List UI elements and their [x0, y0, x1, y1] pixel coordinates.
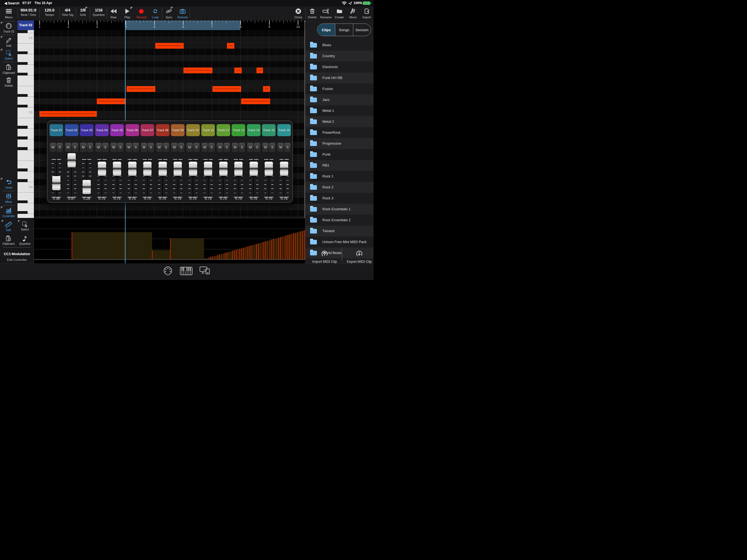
track-select-button[interactable]: Track 08 — [156, 124, 170, 136]
cc-value-block[interactable] — [170, 238, 204, 259]
midi-note[interactable] — [155, 43, 184, 49]
cc-event[interactable] — [256, 244, 257, 259]
delete-clip-button[interactable]: Delete — [308, 6, 317, 21]
cc-event[interactable] — [295, 233, 295, 259]
mute-button[interactable]: M — [171, 143, 177, 152]
move-button[interactable]: Move — [350, 6, 357, 21]
cc-event[interactable] — [258, 244, 259, 259]
track-select-button[interactable]: Track 14 — [247, 124, 261, 136]
solo-button[interactable]: S — [148, 143, 154, 152]
volume-fader[interactable] — [98, 161, 106, 176]
track-select-button[interactable]: Track 07 — [140, 124, 154, 136]
cc-event[interactable] — [251, 245, 251, 259]
cc-event[interactable] — [152, 250, 153, 259]
track-select-button[interactable]: Track 04 — [95, 124, 109, 136]
piano-key-white[interactable]: C4 — [18, 182, 34, 193]
cc-event[interactable] — [262, 242, 262, 259]
volume-fader[interactable] — [68, 153, 76, 167]
cc-event[interactable] — [255, 245, 255, 259]
cc-value-block[interactable] — [72, 232, 152, 259]
mute-button[interactable]: M — [80, 143, 86, 152]
cc-event[interactable] — [273, 239, 274, 259]
solo-button[interactable]: S — [163, 143, 169, 152]
mute-button[interactable]: M — [65, 143, 71, 152]
import-button[interactable]: Import — [362, 6, 371, 21]
folder-row[interactable]: Progressive — [305, 138, 374, 149]
record-button[interactable]: Record — [136, 6, 146, 21]
volume-fader[interactable] — [83, 180, 91, 194]
mute-button[interactable]: M — [96, 143, 102, 152]
cc-event[interactable] — [205, 258, 205, 259]
timeline-ruler[interactable]: 12345678910 — [34, 21, 305, 30]
track-select-button[interactable]: Track 06 — [126, 124, 139, 136]
solo-button[interactable]: S — [178, 143, 184, 152]
cc-event[interactable] — [278, 238, 279, 259]
cc-event[interactable] — [304, 230, 305, 259]
export-midi-icon[interactable] — [355, 250, 363, 258]
mute-button[interactable]: M — [141, 143, 147, 152]
cc-event[interactable] — [282, 236, 283, 259]
play-button[interactable]: Play — [124, 6, 130, 21]
folder-row[interactable]: Punk — [305, 149, 374, 160]
cc-event[interactable] — [269, 240, 270, 259]
cc-tool-select[interactable]: Select — [17, 221, 33, 231]
cc-event[interactable] — [231, 251, 231, 259]
cc-tool-clipboard[interactable]: Clipboard — [0, 235, 17, 245]
solo-button[interactable]: S — [224, 143, 230, 152]
cc-event[interactable] — [227, 252, 227, 259]
track-select-button[interactable]: Track 02 — [65, 124, 78, 136]
volume-fader[interactable] — [113, 161, 121, 176]
folder-row[interactable]: Rock Essentials 1 — [305, 204, 374, 215]
close-button[interactable]: Close — [294, 6, 302, 21]
import-midi-clip-button[interactable]: Import MIDI Clip — [308, 260, 341, 263]
cc-lane-subtitle[interactable]: Edit Controller — [0, 258, 34, 261]
mute-button[interactable]: M — [126, 143, 132, 152]
remote-button[interactable]: Remote — [177, 6, 188, 21]
cc-event[interactable] — [284, 236, 285, 259]
solo-button[interactable]: S — [269, 143, 275, 152]
device-sync-icon[interactable] — [199, 266, 211, 276]
midi-din-icon[interactable] — [163, 266, 173, 276]
folder-row[interactable]: Metal 1 — [305, 105, 374, 116]
solo-button[interactable]: S — [57, 143, 63, 152]
tool-select[interactable]: Select — [0, 50, 18, 60]
cc-event[interactable] — [234, 250, 235, 259]
back-to-search-link[interactable]: ◀ Search — [4, 1, 19, 5]
folder-row[interactable]: RB1 — [305, 160, 374, 171]
cc-event[interactable] — [225, 253, 225, 259]
tab-songs[interactable]: Songs — [335, 24, 353, 36]
folder-row[interactable]: Electronic — [305, 61, 374, 73]
cc-event[interactable] — [243, 248, 244, 259]
cc-value-block[interactable] — [152, 250, 170, 259]
export-midi-clip-button[interactable]: Export MIDI Clip — [343, 260, 374, 263]
tab-clips[interactable]: Clips — [317, 24, 335, 36]
track-select-button[interactable]: Track 15 — [262, 124, 276, 136]
track-select-button[interactable]: Track 10 — [186, 124, 200, 136]
folder-row[interactable]: Fusion — [305, 83, 374, 94]
volume-fader[interactable] — [128, 161, 136, 176]
cc-event[interactable] — [280, 237, 281, 259]
cc-event[interactable] — [210, 257, 210, 259]
cc-event[interactable] — [265, 241, 266, 259]
cc-event[interactable] — [275, 239, 275, 259]
mute-button[interactable]: M — [202, 143, 208, 152]
cc-event[interactable] — [271, 239, 272, 259]
midi-note[interactable] — [227, 43, 234, 49]
cc-event[interactable] — [288, 235, 288, 259]
folder-row[interactable]: Rock 3 — [305, 193, 374, 204]
tool-mixer[interactable]: Mixer — [0, 193, 18, 203]
cc-event[interactable] — [293, 233, 294, 259]
track-select-button[interactable]: Track 16 — [277, 124, 291, 136]
track-select-button[interactable]: Track 09 — [171, 124, 185, 136]
mute-button[interactable]: M — [262, 143, 268, 152]
solo-button[interactable]: S — [284, 143, 291, 152]
cc-event[interactable] — [291, 234, 292, 259]
cc-event[interactable] — [289, 234, 290, 259]
tool-track-02[interactable]: Track 02 — [0, 22, 18, 33]
mute-button[interactable]: M — [217, 143, 223, 152]
folder-row[interactable]: Rock 2 — [305, 182, 374, 193]
folder-row[interactable]: Rock 1 — [305, 171, 374, 182]
cc-event[interactable] — [297, 232, 298, 259]
solo-button[interactable]: S — [72, 143, 78, 152]
volume-fader[interactable] — [234, 161, 242, 176]
